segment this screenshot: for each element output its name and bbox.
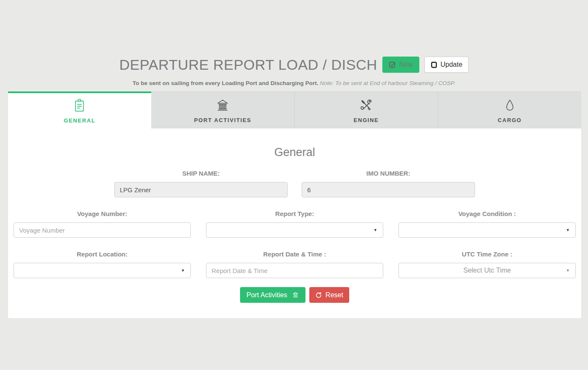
reset-button[interactable]: Reset (309, 287, 349, 303)
utc-timezone-placeholder: Select Utc Time (399, 263, 575, 278)
voyage-number-input[interactable] (14, 222, 191, 238)
voyage-number-field-group: Voyage Number: (14, 211, 191, 238)
subtitle-note: Note: To be sent at End of harbour Steam… (320, 80, 455, 86)
droplet-icon (503, 98, 517, 113)
report-type-field-group: Report Type: ▼ (206, 211, 383, 238)
imo-number-input[interactable] (302, 182, 475, 197)
port-activities-button[interactable]: Port Activities (240, 287, 305, 303)
report-type-select[interactable]: ▼ (206, 222, 383, 238)
report-type-label: Report Type: (206, 211, 383, 217)
new-button[interactable]: New (382, 57, 419, 73)
page-header: DEPARTURE REPORT LOAD / DISCH New Update (0, 0, 588, 87)
report-location-label: Report Location: (14, 251, 191, 258)
bank-icon (215, 98, 230, 113)
imo-number-label: IMO NUMBER: (302, 170, 475, 177)
report-datetime-label: Report Date & Time : (206, 251, 383, 258)
square-icon (431, 61, 437, 68)
utc-timezone-field-group: UTC Time Zone : Select Utc Time ▼ (399, 251, 576, 278)
tab-engine[interactable]: ENGINE (295, 91, 438, 128)
tab-general[interactable]: GENERAL (8, 91, 151, 128)
tab-general-label: GENERAL (64, 117, 96, 124)
voyage-condition-label: Voyage Condition : (399, 211, 576, 217)
voyage-condition-field-group: Voyage Condition : ▼ (399, 211, 576, 238)
reset-button-label: Reset (325, 291, 343, 299)
ship-name-field-group: SHIP NAME: (114, 170, 288, 197)
report-datetime-field-group: Report Date & Time : (206, 251, 383, 278)
clipboard-icon (72, 98, 87, 114)
port-activities-button-label: Port Activities (246, 291, 287, 299)
update-button[interactable]: Update (424, 57, 469, 73)
form-row-1: SHIP NAME: IMO NUMBER: (8, 170, 581, 197)
general-panel: General SHIP NAME: IMO NUMBER: Voyage Nu… (8, 128, 581, 318)
subtitle: To be sent on sailing from every Loading… (0, 80, 588, 87)
imo-number-field-group: IMO NUMBER: (302, 170, 475, 197)
page-title: DEPARTURE REPORT LOAD / DISCH (119, 56, 377, 73)
voyage-number-label: Voyage Number: (14, 211, 191, 217)
chevron-down-icon: ▼ (181, 269, 185, 273)
check-square-icon (389, 61, 396, 68)
tools-icon (359, 98, 373, 113)
report-datetime-input[interactable] (206, 263, 383, 278)
report-location-select[interactable]: ▼ (14, 263, 191, 278)
utc-timezone-label: UTC Time Zone : (399, 251, 576, 258)
page: DEPARTURE REPORT LOAD / DISCH New Update (0, 0, 588, 370)
tab-cargo-label: CARGO (498, 117, 521, 123)
tab-engine-label: ENGINE (353, 117, 379, 123)
update-button-label: Update (441, 61, 463, 68)
form-row-3: Report Location: ▼ Report Date & Time : … (8, 251, 581, 278)
section-title: General (8, 145, 581, 159)
chevron-down-icon: ▼ (373, 228, 377, 232)
chevron-down-icon: ▼ (566, 269, 570, 273)
report-location-field-group: Report Location: ▼ (14, 251, 191, 278)
utc-timezone-select[interactable]: Select Utc Time ▼ (399, 263, 576, 278)
voyage-condition-select[interactable]: ▼ (399, 222, 576, 238)
tab-port-activities[interactable]: PORT ACTIVITIES (151, 91, 295, 128)
subtitle-main: To be sent on sailing from every Loading… (133, 80, 318, 86)
bank-icon (292, 291, 299, 299)
form-row-2: Voyage Number: Report Type: ▼ Voyage Con… (8, 211, 581, 238)
form-actions: Port Activities (8, 287, 581, 303)
chevron-down-icon: ▼ (566, 228, 570, 232)
refresh-icon (315, 292, 322, 299)
new-button-label: New (399, 61, 413, 68)
tab-bar: GENERAL PORT ACTIVITIES (8, 91, 581, 128)
ship-name-input[interactable] (114, 182, 288, 197)
tab-cargo[interactable]: CARGO (438, 91, 581, 128)
tab-port-activities-label: PORT ACTIVITIES (194, 117, 252, 123)
ship-name-label: SHIP NAME: (114, 170, 288, 177)
